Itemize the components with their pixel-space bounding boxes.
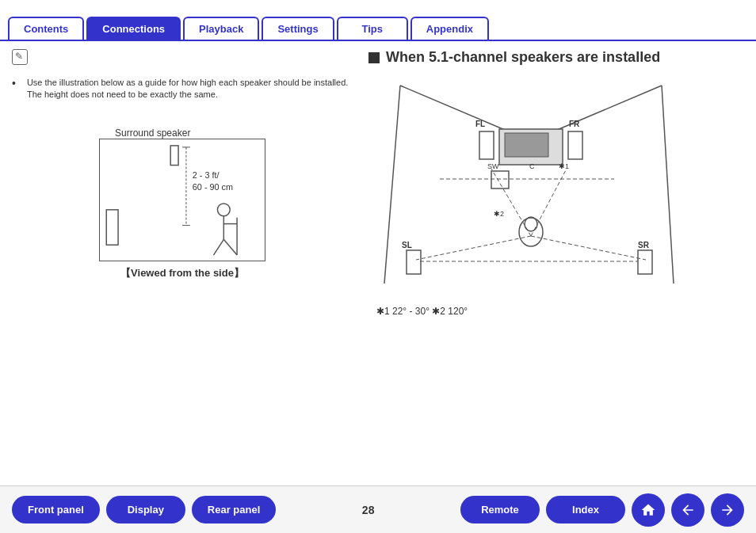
note-text: Use the illustration below as a guide fo… — [27, 77, 353, 101]
svg-point-34 — [525, 217, 537, 231]
forward-button[interactable] — [711, 493, 744, 527]
back-icon — [680, 502, 696, 518]
svg-text:FL: FL — [475, 120, 485, 128]
note-icon — [12, 49, 28, 65]
svg-text:C: C — [529, 162, 535, 170]
svg-rect-37 — [638, 250, 652, 274]
svg-rect-7 — [106, 210, 118, 245]
svg-text:SR: SR — [638, 241, 650, 249]
home-button[interactable] — [632, 493, 665, 527]
home-icon — [640, 502, 656, 518]
front-panel-button[interactable]: Front panel — [12, 496, 100, 523]
section-title-icon — [368, 52, 380, 63]
viewed-label: 【Viewed from the side】 — [120, 266, 244, 280]
svg-line-16 — [384, 86, 400, 284]
tab-connections[interactable]: Connections — [86, 17, 181, 40]
svg-line-31 — [416, 236, 531, 260]
forward-icon — [720, 502, 735, 518]
top-view-diagram: FL FR SW C ✱1 ✱2 — [376, 78, 685, 299]
bottom-buttons-left: Front panel Display Rear panel — [12, 496, 276, 523]
side-diagram-wrapper: Front speaker 2 - 3 ft/ 60 — [99, 139, 265, 261]
right-panel: When 5.1-channel speakers are installed … — [353, 49, 744, 478]
tab-playback[interactable]: Playback — [183, 17, 259, 40]
side-diagram-box: 2 - 3 ft/ 60 - 90 cm — [99, 139, 265, 261]
surround-speaker-label: Surround speaker — [115, 128, 190, 139]
svg-rect-35 — [407, 250, 421, 274]
svg-line-17 — [662, 86, 674, 284]
svg-text:2 - 3 ft/: 2 - 3 ft/ — [193, 170, 220, 180]
display-button[interactable]: Display — [106, 496, 185, 523]
svg-line-11 — [223, 239, 237, 255]
svg-rect-22 — [568, 131, 582, 159]
rear-panel-button[interactable]: Rear panel — [192, 496, 276, 523]
back-button[interactable] — [671, 493, 704, 527]
svg-text:SL: SL — [402, 241, 412, 249]
tab-settings[interactable]: Settings — [262, 17, 334, 40]
svg-text:60 - 90 cm: 60 - 90 cm — [193, 182, 233, 192]
page-number: 28 — [362, 504, 375, 516]
left-panel: • Use the illustration below as a guide … — [12, 49, 353, 478]
bottom-buttons-right: Remote Index — [460, 493, 744, 527]
nav-tabs: Contents Connections Playback Settings T… — [0, 0, 756, 41]
svg-text:FR: FR — [569, 120, 580, 128]
svg-point-33 — [519, 218, 543, 246]
bottom-bar: Front panel Display Rear panel 28 Remote… — [0, 485, 756, 533]
svg-point-8 — [217, 204, 230, 216]
angles-text: ✱1 22° - 30° ✱2 120° — [376, 306, 744, 317]
svg-text:✱2: ✱2 — [494, 210, 504, 218]
svg-rect-19 — [505, 133, 548, 157]
tab-contents[interactable]: Contents — [8, 17, 84, 40]
svg-line-32 — [531, 236, 646, 260]
remote-button[interactable]: Remote — [460, 496, 540, 523]
svg-text:✱1: ✱1 — [559, 162, 569, 170]
svg-rect-1 — [170, 146, 178, 166]
svg-text:SW: SW — [487, 162, 499, 170]
tab-appendix[interactable]: Appendix — [410, 17, 489, 40]
svg-line-10 — [213, 239, 223, 255]
tab-tips[interactable]: Tips — [337, 17, 408, 40]
side-diagram-area: Surround speaker Front speaker — [12, 128, 353, 280]
svg-rect-20 — [479, 131, 494, 159]
section-title: When 5.1-channel speakers are installed — [368, 49, 744, 66]
main-content: • Use the illustration below as a guide … — [0, 41, 756, 485]
index-button[interactable]: Index — [546, 496, 625, 523]
